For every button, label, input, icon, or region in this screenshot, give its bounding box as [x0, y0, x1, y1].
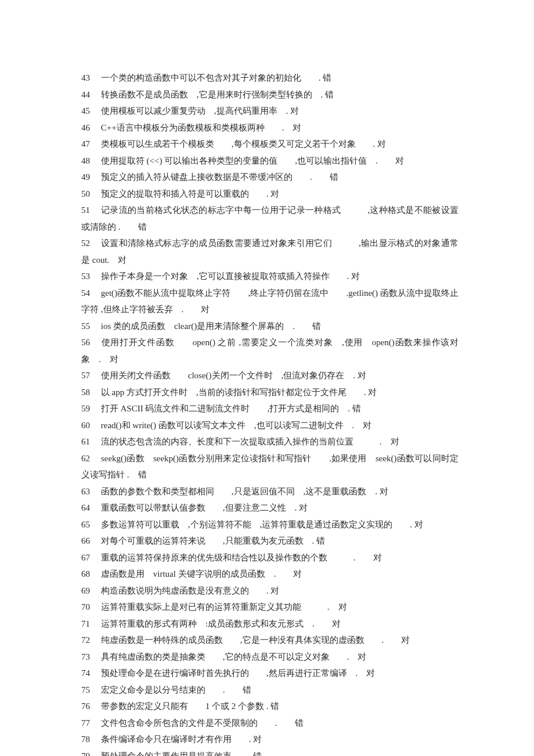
question-text: ios 类的成员函数 clear()是用来清除整个屏幕的 . 错	[101, 321, 321, 331]
question-item: 64 重载函数可以带默认值参数 ,但要注意二义性 . 对	[81, 500, 459, 516]
document-page: 43 一个类的构造函数中可以不包含对其子对象的初始化 . 错44 转换函数不是成…	[0, 0, 534, 756]
question-item: 54 get()函数不能从流中提取终止字符 ,终止字符仍留在流中 .getlin…	[81, 285, 459, 318]
question-text: 类模板可以生成若干个模板类 ,每个模板类又可定义若干个对象 . 对	[101, 139, 386, 149]
question-item: 59 打开 ASCII 码流文件和二进制流文件时 ,打开方式是相同的 . 错	[81, 400, 459, 417]
question-item: 50 预定义的提取符和插入符是可以重载的 . 对	[81, 186, 459, 202]
question-item: 69 构造函数说明为纯虚函数是没有意义的 . 对	[81, 583, 459, 599]
question-text: 预定义的插入符从键盘上接收数据是不带缓冲区的 . 错	[101, 172, 338, 182]
question-text: 操作子本身是一个对象 ,它可以直接被提取符或插入符操作 . 对	[101, 272, 360, 281]
question-text: 纯虚函数是一种特殊的成员函数 ,它是一种没有具体实现的虚函数 . 对	[101, 635, 410, 645]
question-item: 53 操作子本身是一个对象 ,它可以直接被提取符或插入符操作 . 对	[81, 268, 459, 285]
question-item: 74 预处理命令是在进行编译时首先执行的 ,然后再进行正常编译 . 对	[81, 665, 459, 682]
question-number: 78	[81, 731, 99, 748]
question-item: 56 使用打开文件函数 open() 之前 ,需要定义一个流类对象 ,使用 op…	[81, 334, 459, 367]
question-number: 44	[81, 86, 99, 103]
question-item: 71 运算符重载的形式有两种 :成员函数形式和友元形式 . 对	[81, 616, 459, 632]
question-text: get()函数不能从流中提取终止字符 ,终止字符仍留在流中 .getline()…	[81, 288, 459, 314]
question-number: 58	[81, 384, 99, 401]
question-text: 以 app 方式打开文件时 ,当前的读指针和写指针都定位于文件尾 . 对	[101, 388, 377, 397]
question-text: 使用模板可以减少重复劳动 ,提高代码重用率 . 对	[101, 106, 299, 115]
question-item: 45 使用模板可以减少重复劳动 ,提高代码重用率 . 对	[81, 103, 459, 120]
question-text: 运算符重载的形式有两种 :成员函数形式和友元形式 . 对	[101, 619, 341, 628]
question-item: 78 条件编译命令只在编译时才有作用 . 对	[81, 731, 459, 748]
question-text: 具有纯虚函数的类是抽象类 ,它的特点是不可以定义对象 . 对	[101, 652, 367, 661]
question-item: 72 纯虚函数是一种特殊的成员函数 ,它是一种没有具体实现的虚函数 . 对	[81, 632, 459, 649]
question-text: 虚函数是用 virtual 关键字说明的成员函数 . 对	[101, 569, 302, 578]
question-item: 75 宏定义命令是以分号结束的 . 错	[81, 682, 459, 699]
question-item: 61 流的状态包含流的内容、长度和下一次提取或插入操作的当前位置 . 对	[81, 433, 459, 450]
question-item: 67 重载的运算符保持原来的优先级和结合性以及操作数的个数 . 对	[81, 549, 459, 566]
question-text: 运算符重载实际上是对已有的运算符重新定义其功能 . 对	[101, 602, 347, 612]
question-text: 文件包含命令所包含的文件是不受限制的 . 错	[101, 718, 304, 728]
question-text: 多数运算符可以重载 ,个别运算符不能 ,运算符重载是通过函数定义实现的 . 对	[101, 520, 423, 529]
question-item: 60 read()和 write() 函数可以读写文本文件 ,也可以读写二进制文…	[81, 417, 459, 434]
question-text: C++语言中模板分为函数模板和类模板两种 . 对	[101, 123, 302, 132]
question-item: 55 ios 类的成员函数 clear()是用来清除整个屏幕的 . 错	[81, 318, 459, 335]
question-number: 65	[81, 516, 99, 533]
question-text: 预处理命令的主要作用是提高效率 . 错	[101, 751, 262, 757]
question-number: 70	[81, 599, 99, 616]
question-item: 66 对每个可重载的运算符来说 ,只能重载为友元函数 . 错	[81, 533, 459, 549]
question-text: 转换函数不是成员函数 ,它是用来时行强制类型转换的 . 错	[101, 90, 334, 99]
question-item: 49 预定义的插入符从键盘上接收数据是不带缓冲区的 . 错	[81, 169, 459, 186]
question-text: seekg()函数 seekp()函数分别用来定位读指针和写指针 .如果使用 s…	[81, 454, 459, 480]
question-number: 51	[81, 202, 99, 219]
question-text: 重载的运算符保持原来的优先级和结合性以及操作数的个数 . 对	[101, 553, 382, 562]
question-item: 73 具有纯虚函数的类是抽象类 ,它的特点是不可以定义对象 . 对	[81, 649, 459, 665]
question-text: 一个类的构造函数中可以不包含对其子对象的初始化 . 错	[101, 73, 332, 82]
question-item: 65 多数运算符可以重载 ,个别运算符不能 ,运算符重载是通过函数定义实现的 .…	[81, 516, 459, 533]
question-number: 77	[81, 715, 99, 732]
question-number: 64	[81, 500, 99, 516]
question-text: 条件编译命令只在编译时才有作用 . 对	[101, 735, 262, 744]
question-number: 45	[81, 103, 99, 120]
question-text: 设置和清除格式标志字的成员函数需要通过对象来引用它们 ,输出显示格式的对象通常是…	[81, 238, 459, 265]
question-item: 52 设置和清除格式标志字的成员函数需要通过对象来引用它们 ,输出显示格式的对象…	[81, 235, 459, 268]
question-item: 77 文件包含命令所包含的文件是不受限制的 . 错	[81, 715, 459, 732]
question-number: 75	[81, 682, 99, 699]
question-text: 重载函数可以带默认值参数 ,但要注意二义性 . 对	[101, 503, 308, 512]
question-item: 68 虚函数是用 virtual 关键字说明的成员函数 . 对	[81, 566, 459, 583]
question-number: 49	[81, 169, 99, 186]
question-item: 76 带参数的宏定义只能有 1 个或 2 个参数 . 错	[81, 698, 459, 715]
question-number: 72	[81, 632, 99, 649]
question-item: 47 类模板可以生成若干个模板类 ,每个模板类又可定义若干个对象 . 对	[81, 136, 459, 153]
question-text: 使用打开文件函数 open() 之前 ,需要定义一个流类对象 ,使用 open(…	[81, 338, 459, 364]
question-item: 58 以 app 方式打开文件时 ,当前的读指针和写指针都定位于文件尾 . 对	[81, 384, 459, 401]
question-item: 57 使用关闭文件函数 close()关闭一个文件时 ,但流对象仍存在 . 对	[81, 367, 459, 384]
question-item: 63 函数的参数个数和类型都相同 ,只是返回值不同 ,这不是重载函数 . 对	[81, 483, 459, 500]
question-number: 59	[81, 400, 99, 417]
question-number: 67	[81, 549, 99, 566]
question-number: 43	[81, 70, 99, 86]
question-number: 69	[81, 583, 99, 599]
question-text: 打开 ASCII 码流文件和二进制流文件时 ,打开方式是相同的 . 错	[101, 404, 361, 413]
question-number: 73	[81, 649, 99, 665]
question-item: 62 seekg()函数 seekp()函数分别用来定位读指针和写指针 .如果使…	[81, 450, 459, 483]
question-text: 使用关闭文件函数 close()关闭一个文件时 ,但流对象仍存在 . 对	[101, 371, 366, 380]
question-item: 51 记录流的当前格式化状态的标志字中每一位用于记录一种格式 ,这种格式是不能被…	[81, 202, 459, 235]
question-text: 预处理命令是在进行编译时首先执行的 ,然后再进行正常编译 . 对	[101, 668, 376, 678]
question-text: 使用提取符 (<<) 可以输出各种类型的变量的值 ,也可以输出指针值 . 对	[101, 156, 404, 165]
question-number: 68	[81, 566, 99, 583]
question-number: 61	[81, 433, 99, 450]
question-number: 46	[81, 120, 99, 136]
question-number: 56	[81, 334, 99, 351]
question-item: 70 运算符重载实际上是对已有的运算符重新定义其功能 . 对	[81, 599, 459, 616]
question-number: 50	[81, 186, 99, 202]
question-number: 53	[81, 268, 99, 285]
question-number: 60	[81, 417, 99, 434]
question-text: 流的状态包含流的内容、长度和下一次提取或插入操作的当前位置 . 对	[101, 437, 399, 446]
question-number: 62	[81, 450, 99, 467]
question-number: 76	[81, 698, 99, 715]
question-text: read()和 write() 函数可以读写文本文件 ,也可以读写二进制文件 .…	[101, 421, 372, 430]
question-text: 构造函数说明为纯虚函数是没有意义的 . 对	[101, 586, 280, 595]
question-number: 66	[81, 533, 99, 549]
question-item: 79 预处理命令的主要作用是提高效率 . 错	[81, 748, 459, 757]
question-text: 记录流的当前格式化状态的标志字中每一位用于记录一种格式 ,这种格式是不能被设置或…	[81, 205, 459, 231]
question-item: 46 C++语言中模板分为函数模板和类模板两种 . 对	[81, 120, 459, 136]
question-text: 宏定义命令是以分号结束的 . 错	[101, 685, 251, 694]
question-number: 57	[81, 367, 99, 384]
question-text: 函数的参数个数和类型都相同 ,只是返回值不同 ,这不是重载函数 . 对	[101, 487, 388, 496]
question-text: 带参数的宏定义只能有 1 个或 2 个参数 . 错	[101, 701, 280, 711]
question-item: 48 使用提取符 (<<) 可以输出各种类型的变量的值 ,也可以输出指针值 . …	[81, 153, 459, 169]
question-number: 48	[81, 153, 99, 169]
